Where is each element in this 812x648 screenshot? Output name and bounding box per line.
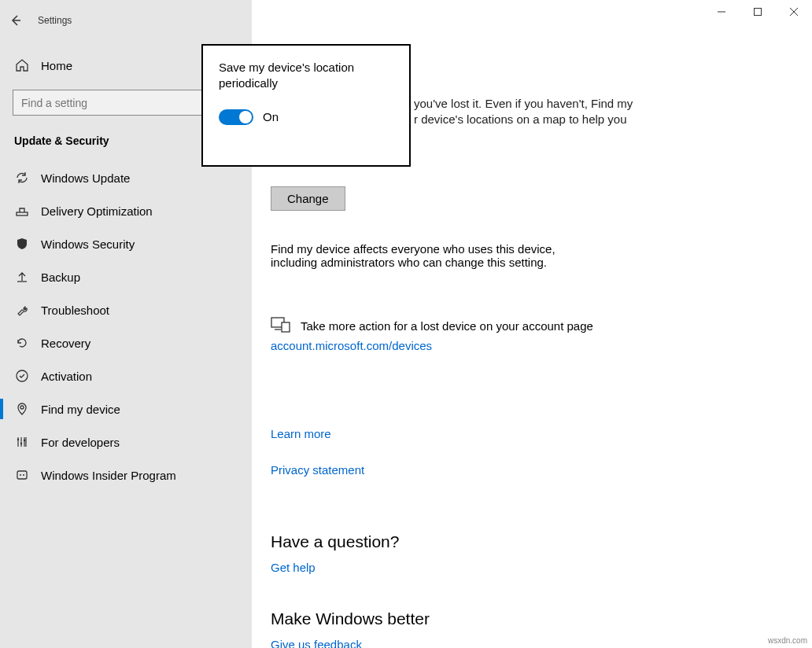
- sidebar-item-label: For developers: [41, 436, 120, 449]
- maximize-button[interactable]: [740, 0, 776, 24]
- intro-text-line2: r device's locations on a map to help yo…: [414, 112, 776, 127]
- svg-rect-1: [17, 212, 28, 215]
- check-circle-icon: [14, 369, 30, 383]
- location-icon: [14, 402, 30, 416]
- home-icon: [14, 58, 30, 72]
- privacy-statement-link[interactable]: Privacy statement: [271, 463, 364, 477]
- device-action-text: Take more action for a lost device on yo…: [301, 319, 593, 333]
- intro-text-line1: you've lost it. Even if you haven't, Fin…: [414, 96, 776, 112]
- svg-point-5: [17, 439, 19, 440]
- devices-icon: [271, 316, 291, 336]
- sidebar-item-windows-insider[interactable]: Windows Insider Program: [0, 458, 252, 492]
- window-title: Settings: [38, 15, 72, 26]
- change-button[interactable]: Change: [271, 186, 345, 211]
- arrow-left-icon: [9, 14, 22, 27]
- sidebar-item-for-developers[interactable]: For developers: [0, 425, 252, 458]
- sidebar-item-label: Windows Insider Program: [41, 469, 176, 482]
- sidebar-home-label: Home: [41, 59, 72, 72]
- svg-point-9: [20, 474, 21, 476]
- get-help-link[interactable]: Get help: [271, 561, 316, 574]
- have-a-question-heading: Have a question?: [271, 532, 812, 551]
- sidebar-nav: Windows Update Delivery Optimization Win…: [0, 161, 252, 492]
- watermark: wsxdn.com: [768, 636, 807, 645]
- learn-more-link[interactable]: Learn more: [271, 427, 331, 440]
- svg-point-4: [20, 406, 24, 409]
- maximize-icon: [754, 8, 762, 16]
- sidebar-item-label: Windows Security: [41, 237, 135, 251]
- popup-title: Save my device's location periodically: [219, 60, 393, 92]
- give-feedback-link[interactable]: Give us feedback: [271, 638, 362, 649]
- sidebar-item-label: Delivery Optimization: [41, 204, 153, 218]
- sidebar-item-troubleshoot[interactable]: Troubleshoot: [0, 293, 252, 326]
- sidebar-item-label: Windows Update: [41, 171, 130, 185]
- wrench-icon: [14, 303, 30, 317]
- delivery-icon: [14, 204, 30, 218]
- toggle-state-label: On: [263, 110, 279, 123]
- make-windows-better-heading: Make Windows better: [271, 609, 812, 628]
- backup-icon: [14, 270, 30, 284]
- sidebar-item-label: Activation: [41, 370, 92, 383]
- account-devices-link[interactable]: account.microsoft.com/devices: [271, 339, 432, 352]
- sidebar-item-backup[interactable]: Backup: [0, 260, 252, 293]
- recovery-icon: [14, 336, 30, 350]
- shield-icon: [14, 237, 30, 251]
- sidebar-item-activation[interactable]: Activation: [0, 359, 252, 392]
- location-save-popup: Save my device's location periodically O…: [201, 44, 411, 167]
- find-my-device-description: Find my device affects everyone who uses…: [271, 242, 601, 269]
- location-save-toggle[interactable]: [219, 109, 253, 125]
- close-icon: [790, 8, 798, 16]
- svg-rect-12: [755, 9, 762, 16]
- svg-rect-8: [17, 471, 27, 479]
- svg-point-7: [24, 440, 25, 441]
- sidebar-item-windows-security[interactable]: Windows Security: [0, 227, 252, 260]
- developers-icon: [14, 435, 30, 449]
- svg-point-6: [20, 443, 22, 444]
- sidebar-item-label: Backup: [41, 271, 80, 284]
- minimize-icon: [718, 8, 725, 16]
- svg-point-10: [23, 474, 24, 476]
- sidebar-item-find-my-device[interactable]: Find my device: [0, 392, 252, 425]
- close-button[interactable]: [776, 0, 812, 24]
- back-button[interactable]: [0, 14, 31, 27]
- sidebar-item-label: Troubleshoot: [41, 304, 109, 317]
- sidebar-item-label: Recovery: [41, 337, 90, 350]
- insider-icon: [14, 468, 30, 482]
- svg-point-3: [17, 370, 28, 381]
- sidebar-item-label: Find my device: [41, 403, 120, 416]
- sidebar-item-recovery[interactable]: Recovery: [0, 326, 252, 359]
- minimize-button[interactable]: [703, 0, 740, 24]
- svg-rect-16: [282, 322, 290, 332]
- sync-icon: [14, 171, 30, 185]
- sidebar-item-delivery-optimization[interactable]: Delivery Optimization: [0, 194, 252, 227]
